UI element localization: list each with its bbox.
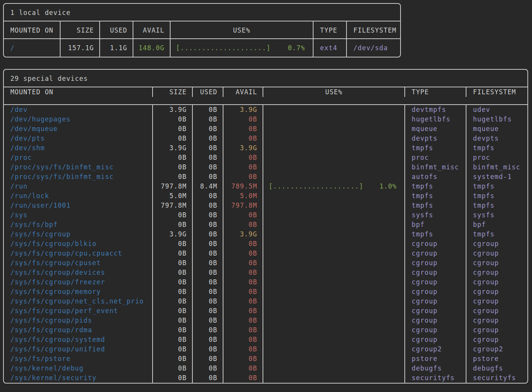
used-cell: 0B bbox=[193, 191, 223, 201]
size-cell: 0B bbox=[153, 268, 193, 277]
avail-cell: 0B bbox=[223, 115, 263, 124]
size-cell: 0B bbox=[153, 344, 193, 354]
used-cell: 0B bbox=[193, 143, 223, 153]
size-cell: 0B bbox=[153, 373, 193, 383]
used-cell: 0B bbox=[193, 344, 223, 354]
avail-cell: 797.8M bbox=[223, 201, 263, 210]
avail-cell: 0B bbox=[223, 287, 263, 297]
used-cell: 0B bbox=[193, 258, 223, 268]
used-cell: 8.4M bbox=[193, 182, 223, 191]
use-percent-cell bbox=[263, 162, 405, 172]
type-cell: cgroup bbox=[405, 268, 466, 277]
type-cell: tmpfs bbox=[405, 201, 466, 210]
table-row: /proc/sys/fs/binfmt_misc 0B 0B 0B binfmt… bbox=[4, 162, 527, 172]
avail-cell: 0B bbox=[223, 306, 263, 316]
mounted-on-cell: /sys/fs/cgroup/pids bbox=[4, 316, 153, 325]
size-cell: 0B bbox=[153, 153, 193, 162]
table-row: /sys/fs/cgroup/blkio 0B 0B 0B cgroup cgr… bbox=[4, 239, 527, 249]
type-cell: cgroup bbox=[405, 287, 466, 297]
used-cell: 0B bbox=[193, 210, 223, 220]
size-cell: 157.1G bbox=[61, 39, 100, 57]
header-mounted-on: MOUNTED ON bbox=[4, 21, 61, 38]
filesystem-cell: cgroup bbox=[466, 325, 527, 335]
use-percent-cell bbox=[263, 191, 405, 201]
filesystem-cell: cgroup bbox=[466, 258, 527, 268]
filesystem-cell: cgroup bbox=[466, 277, 527, 287]
type-cell: pstore bbox=[405, 354, 466, 364]
type-cell: securityfs bbox=[405, 373, 466, 383]
type-cell: cgroup bbox=[405, 277, 466, 287]
type-cell: tmpfs bbox=[405, 143, 466, 153]
avail-cell: 0B bbox=[223, 153, 263, 162]
avail-cell: 0B bbox=[223, 277, 263, 287]
use-percent-cell bbox=[263, 230, 405, 239]
header-avail: AVAIL bbox=[223, 87, 263, 97]
size-cell: 0B bbox=[153, 316, 193, 325]
filesystem-cell: cgroup bbox=[466, 287, 527, 297]
size-cell: 5.0M bbox=[153, 191, 193, 201]
size-cell: 797.8M bbox=[153, 201, 193, 210]
mounted-on-cell: /sys/kernel/debug bbox=[4, 364, 153, 373]
table-row: /sys/kernel/debug 0B 0B 0B debugfs debug… bbox=[4, 364, 527, 373]
avail-cell: 0B bbox=[223, 172, 263, 182]
mounted-on-cell: /sys/fs/pstore bbox=[4, 354, 153, 364]
use-percent-cell bbox=[263, 287, 405, 297]
size-cell: 0B bbox=[153, 335, 193, 344]
mounted-on-cell: /sys/fs/cgroup/cpuset bbox=[4, 258, 153, 268]
table-row: /sys/fs/pstore 0B 0B 0B pstore pstore bbox=[4, 354, 527, 364]
filesystem-cell: binfmt_misc bbox=[466, 162, 527, 172]
filesystem-cell: cgroup bbox=[466, 306, 527, 316]
size-cell: 0B bbox=[153, 364, 193, 373]
avail-cell: 0B bbox=[223, 325, 263, 335]
size-cell: 3.9G bbox=[153, 143, 193, 153]
avail-cell: 0B bbox=[223, 316, 263, 325]
mounted-on-cell: /sys/fs/cgroup/cpu,cpuacct bbox=[4, 249, 153, 258]
header-mounted-on: MOUNTED ON bbox=[4, 87, 153, 97]
filesystem-cell: cgroup bbox=[466, 335, 527, 344]
header-use-percent: USE% bbox=[263, 87, 405, 97]
mounted-on-cell: /run bbox=[4, 182, 153, 191]
table-row: /dev/mqueue 0B 0B 0B mqueue mqueue bbox=[4, 124, 527, 134]
size-cell: 0B bbox=[153, 134, 193, 143]
used-cell: 0B bbox=[193, 201, 223, 210]
table-row: /sys/fs/cgroup/systemd 0B 0B 0B cgroup c… bbox=[4, 335, 527, 344]
used-cell: 0B bbox=[193, 115, 223, 124]
use-percent-cell bbox=[263, 373, 405, 383]
type-cell: cgroup2 bbox=[405, 344, 466, 354]
table-row: /run/lock 5.0M 0B 5.0M tmpfs tmpfs bbox=[4, 191, 527, 201]
size-cell: 0B bbox=[153, 325, 193, 335]
avail-cell: 0B bbox=[223, 249, 263, 258]
filesystem-cell: sysfs bbox=[466, 210, 527, 220]
use-percent-cell bbox=[263, 220, 405, 230]
used-cell: 1.1G bbox=[100, 39, 133, 57]
type-cell: cgroup bbox=[405, 306, 466, 316]
used-cell: 0B bbox=[193, 306, 223, 316]
filesystem-cell: devpts bbox=[466, 134, 527, 143]
size-cell: 0B bbox=[153, 297, 193, 306]
table-row: /dev/pts 0B 0B 0B devpts devpts bbox=[4, 134, 527, 143]
table-row: /proc 0B 0B 0B proc proc bbox=[4, 153, 527, 162]
avail-cell: 5.0M bbox=[223, 191, 263, 201]
filesystem-cell: cgroup bbox=[466, 316, 527, 325]
type-cell: cgroup bbox=[405, 297, 466, 306]
filesystem-cell: mqueue bbox=[466, 124, 527, 134]
used-cell: 0B bbox=[193, 287, 223, 297]
filesystem-cell: tmpfs bbox=[466, 143, 527, 153]
filesystem-cell: /dev/sda bbox=[347, 39, 400, 57]
table-row: /dev/shm 3.9G 0B 3.9G tmpfs tmpfs bbox=[4, 143, 527, 153]
use-percent-cell bbox=[263, 277, 405, 287]
used-cell: 0B bbox=[193, 162, 223, 172]
used-cell: 0B bbox=[193, 230, 223, 239]
use-percent-cell bbox=[263, 325, 405, 335]
used-cell: 0B bbox=[193, 364, 223, 373]
table-row: /sys/fs/cgroup/pids 0B 0B 0B cgroup cgro… bbox=[4, 316, 527, 325]
mounted-on-cell: /sys bbox=[4, 210, 153, 220]
type-cell: cgroup bbox=[405, 335, 466, 344]
mounted-on-cell: /proc/sys/fs/binfmt_misc bbox=[4, 162, 153, 172]
used-cell: 0B bbox=[193, 239, 223, 249]
table-row: /sys/fs/cgroup/cpu,cpuacct 0B 0B 0B cgro… bbox=[4, 249, 527, 258]
use-percent-cell bbox=[263, 344, 405, 354]
type-cell: ext4 bbox=[314, 39, 347, 57]
type-cell: binfmt_misc bbox=[405, 162, 466, 172]
table-row: /sys/fs/cgroup/net_cls,net_prio 0B 0B 0B… bbox=[4, 297, 527, 306]
